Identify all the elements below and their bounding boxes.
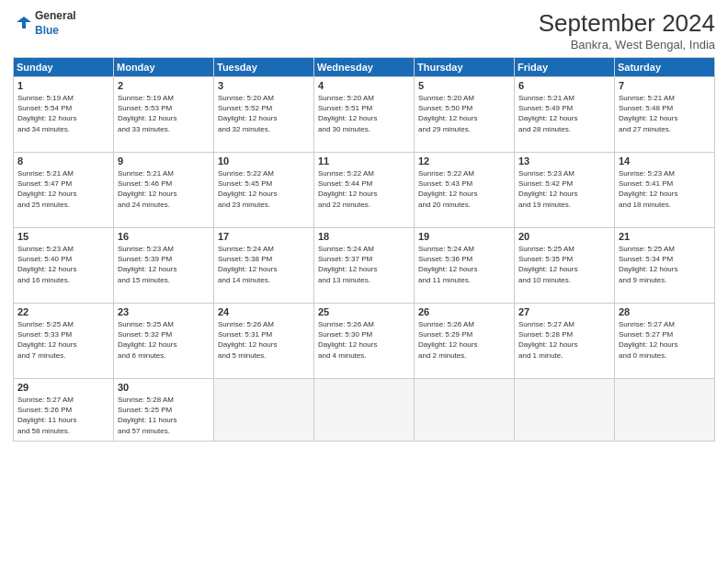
page-header: General Blue September 2024 Bankra, West…	[13, 9, 715, 52]
day-number: 4	[318, 80, 410, 91]
table-row: 21Sunrise: 5:25 AMSunset: 5:34 PMDayligh…	[615, 228, 715, 304]
day-info: Sunrise: 5:24 AMSunset: 5:38 PMDaylight:…	[218, 244, 310, 285]
day-number: 17	[218, 231, 310, 242]
day-info: Sunrise: 5:25 AMSunset: 5:33 PMDaylight:…	[17, 319, 109, 361]
col-wednesday: Wednesday	[314, 58, 415, 77]
day-number: 6	[518, 80, 610, 91]
day-info: Sunrise: 5:23 AMSunset: 5:40 PMDaylight:…	[17, 244, 109, 285]
table-row	[314, 379, 415, 442]
day-info: Sunrise: 5:22 AMSunset: 5:45 PMDaylight:…	[218, 168, 310, 210]
table-row: 4Sunrise: 5:20 AMSunset: 5:51 PMDaylight…	[314, 77, 415, 153]
day-number: 29	[17, 382, 109, 393]
col-thursday: Thursday	[415, 58, 515, 77]
day-number: 23	[118, 306, 210, 317]
day-info: Sunrise: 5:23 AMSunset: 5:39 PMDaylight:…	[118, 244, 210, 285]
day-number: 26	[418, 306, 510, 317]
day-number: 9	[118, 155, 210, 167]
day-number: 11	[318, 155, 410, 167]
day-number: 13	[518, 155, 610, 167]
day-number: 1	[17, 80, 109, 91]
table-row: 1Sunrise: 5:19 AMSunset: 5:54 PMDaylight…	[14, 77, 114, 153]
location: Bankra, West Bengal, India	[539, 38, 715, 52]
day-info: Sunrise: 5:27 AMSunset: 5:28 PMDaylight:…	[518, 319, 610, 361]
table-row: 19Sunrise: 5:24 AMSunset: 5:36 PMDayligh…	[415, 228, 515, 304]
day-info: Sunrise: 5:20 AMSunset: 5:51 PMDaylight:…	[318, 93, 410, 134]
day-number: 25	[318, 306, 410, 317]
logo-bird-icon	[13, 14, 33, 34]
day-info: Sunrise: 5:27 AMSunset: 5:27 PMDaylight:…	[619, 319, 711, 361]
day-number: 21	[619, 231, 711, 242]
day-number: 16	[118, 231, 210, 242]
day-number: 10	[218, 155, 310, 167]
table-row	[615, 379, 715, 442]
table-row: 6Sunrise: 5:21 AMSunset: 5:49 PMDaylight…	[515, 77, 615, 153]
col-monday: Monday	[114, 58, 214, 77]
table-row: 14Sunrise: 5:23 AMSunset: 5:41 PMDayligh…	[615, 153, 715, 228]
table-row: 17Sunrise: 5:24 AMSunset: 5:38 PMDayligh…	[214, 228, 314, 304]
day-info: Sunrise: 5:28 AMSunset: 5:25 PMDaylight:…	[118, 395, 210, 436]
day-info: Sunrise: 5:26 AMSunset: 5:29 PMDaylight:…	[418, 319, 510, 361]
day-info: Sunrise: 5:19 AMSunset: 5:54 PMDaylight:…	[17, 93, 109, 134]
day-info: Sunrise: 5:19 AMSunset: 5:53 PMDaylight:…	[118, 93, 210, 134]
svg-marker-0	[17, 17, 31, 29]
day-info: Sunrise: 5:21 AMSunset: 5:49 PMDaylight:…	[518, 93, 610, 134]
day-info: Sunrise: 5:26 AMSunset: 5:31 PMDaylight:…	[218, 319, 310, 361]
day-number: 22	[17, 306, 109, 317]
table-row: 10Sunrise: 5:22 AMSunset: 5:45 PMDayligh…	[214, 153, 314, 228]
title-block: September 2024 Bankra, West Bengal, Indi…	[539, 9, 715, 52]
day-number: 7	[619, 80, 711, 91]
day-number: 14	[619, 155, 711, 167]
day-number: 8	[17, 155, 109, 167]
table-row: 30Sunrise: 5:28 AMSunset: 5:25 PMDayligh…	[114, 379, 214, 442]
col-friday: Friday	[515, 58, 615, 77]
table-row: 24Sunrise: 5:26 AMSunset: 5:31 PMDayligh…	[214, 304, 314, 379]
day-number: 24	[218, 306, 310, 317]
table-row: 7Sunrise: 5:21 AMSunset: 5:48 PMDaylight…	[615, 77, 715, 153]
table-row: 18Sunrise: 5:24 AMSunset: 5:37 PMDayligh…	[314, 228, 415, 304]
day-number: 2	[118, 80, 210, 91]
day-info: Sunrise: 5:20 AMSunset: 5:52 PMDaylight:…	[218, 93, 310, 134]
col-tuesday: Tuesday	[214, 58, 314, 77]
table-row: 22Sunrise: 5:25 AMSunset: 5:33 PMDayligh…	[14, 304, 114, 379]
table-row: 13Sunrise: 5:23 AMSunset: 5:42 PMDayligh…	[515, 153, 615, 228]
day-number: 5	[418, 80, 510, 91]
day-info: Sunrise: 5:27 AMSunset: 5:26 PMDaylight:…	[17, 395, 109, 436]
table-row: 29Sunrise: 5:27 AMSunset: 5:26 PMDayligh…	[14, 379, 114, 442]
day-info: Sunrise: 5:22 AMSunset: 5:44 PMDaylight:…	[318, 168, 410, 210]
table-row: 9Sunrise: 5:21 AMSunset: 5:46 PMDaylight…	[114, 153, 214, 228]
table-row: 20Sunrise: 5:25 AMSunset: 5:35 PMDayligh…	[515, 228, 615, 304]
day-info: Sunrise: 5:24 AMSunset: 5:36 PMDaylight:…	[418, 244, 510, 285]
calendar-header-row: Sunday Monday Tuesday Wednesday Thursday…	[14, 58, 715, 77]
day-number: 19	[418, 231, 510, 242]
table-row	[415, 379, 515, 442]
calendar-table: Sunday Monday Tuesday Wednesday Thursday…	[13, 57, 715, 442]
day-number: 12	[418, 155, 510, 167]
table-row: 11Sunrise: 5:22 AMSunset: 5:44 PMDayligh…	[314, 153, 415, 228]
logo-container: General Blue	[13, 9, 76, 38]
col-saturday: Saturday	[615, 58, 715, 77]
day-info: Sunrise: 5:21 AMSunset: 5:48 PMDaylight:…	[619, 93, 711, 134]
table-row	[214, 379, 314, 442]
table-row: 23Sunrise: 5:25 AMSunset: 5:32 PMDayligh…	[114, 304, 214, 379]
day-number: 28	[619, 306, 711, 317]
day-info: Sunrise: 5:21 AMSunset: 5:47 PMDaylight:…	[17, 168, 109, 210]
table-row: 28Sunrise: 5:27 AMSunset: 5:27 PMDayligh…	[615, 304, 715, 379]
day-info: Sunrise: 5:21 AMSunset: 5:46 PMDaylight:…	[118, 168, 210, 210]
table-row: 16Sunrise: 5:23 AMSunset: 5:39 PMDayligh…	[114, 228, 214, 304]
day-number: 20	[518, 231, 610, 242]
table-row	[515, 379, 615, 442]
table-row: 25Sunrise: 5:26 AMSunset: 5:30 PMDayligh…	[314, 304, 415, 379]
logo-text: General Blue	[35, 9, 76, 38]
day-number: 15	[17, 231, 109, 242]
day-info: Sunrise: 5:25 AMSunset: 5:32 PMDaylight:…	[118, 319, 210, 361]
table-row: 3Sunrise: 5:20 AMSunset: 5:52 PMDaylight…	[214, 77, 314, 153]
day-number: 27	[518, 306, 610, 317]
day-number: 18	[318, 231, 410, 242]
day-info: Sunrise: 5:25 AMSunset: 5:34 PMDaylight:…	[619, 244, 711, 285]
table-row: 26Sunrise: 5:26 AMSunset: 5:29 PMDayligh…	[415, 304, 515, 379]
col-sunday: Sunday	[14, 58, 114, 77]
table-row: 5Sunrise: 5:20 AMSunset: 5:50 PMDaylight…	[415, 77, 515, 153]
day-info: Sunrise: 5:23 AMSunset: 5:42 PMDaylight:…	[518, 168, 610, 210]
table-row: 2Sunrise: 5:19 AMSunset: 5:53 PMDaylight…	[114, 77, 214, 153]
logo: General Blue	[13, 9, 76, 38]
